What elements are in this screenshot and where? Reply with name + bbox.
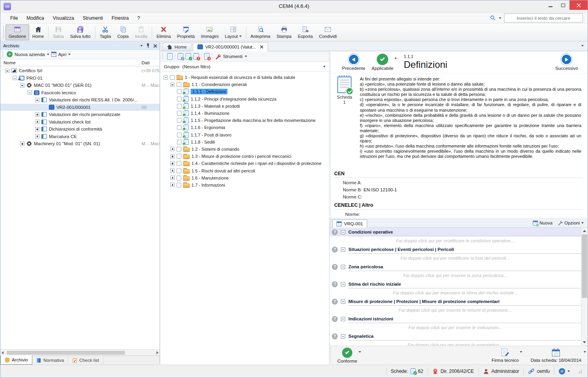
scrollbar-thumb[interactable]: [7, 351, 125, 355]
nuova-button[interactable]: Nuova: [533, 221, 553, 226]
tab-normativa[interactable]: Normativa: [32, 356, 68, 365]
tab-vr2-document[interactable]: VR2-001/000001 (Valut...: [193, 42, 268, 51]
req-row[interactable]: 1.1.8 - Sedili: [160, 138, 329, 146]
expand-expander-icon[interactable]: [170, 176, 175, 180]
stampa-button[interactable]: Stampa: [274, 24, 295, 40]
help-icon[interactable]: [332, 229, 338, 235]
data-scheda-caret[interactable]: [584, 351, 586, 353]
collapse-icon[interactable]: [341, 247, 345, 252]
tab-vrq-001[interactable]: VRQ-001: [332, 219, 367, 228]
collapse-icon[interactable]: [341, 230, 345, 234]
collapse-expander-icon[interactable]: [20, 83, 24, 88]
tree-row[interactable]: Certifico Srl (+39 075: [0, 67, 160, 75]
req-row[interactable]: 1.1.5 - Progettazione della macchina ai …: [160, 117, 329, 124]
section-placeholder[interactable]: Fai doppio click qui per inserire le mis…: [329, 306, 581, 314]
apri-caret[interactable]: [68, 54, 71, 55]
salva-button[interactable]: Salva: [50, 24, 67, 40]
section-segnaletica[interactable]: Segnaletica Fai doppio click qui per ins…: [329, 332, 581, 346]
req-row[interactable]: 1.1.4 - Illuminazione: [160, 110, 329, 117]
help-icon[interactable]: [332, 333, 338, 339]
elimina-button[interactable]: Elimina: [153, 24, 174, 40]
section-stima-rischio[interactable]: Stima del rischio iniziale Fai doppio cl…: [329, 280, 581, 297]
filter-value[interactable]: (Nessun filtro): [182, 64, 321, 69]
help-icon[interactable]: [332, 247, 338, 253]
req-row[interactable]: 1.3 - Misure di protezione contro i peri…: [160, 153, 329, 160]
collapse-icon[interactable]: [341, 334, 345, 339]
close-button[interactable]: [569, 0, 588, 10]
conforme-caret[interactable]: [359, 351, 361, 353]
layout-caret[interactable]: [239, 36, 242, 37]
req-row[interactable]: 1 - Requisiti essenziali di sicurezza e …: [160, 74, 329, 81]
checkbox[interactable]: [177, 111, 182, 116]
scroll-up-icon[interactable]: [583, 230, 586, 232]
tree-row[interactable]: Valutazioni dei rischi personalizzate: [0, 111, 160, 118]
minimize-button[interactable]: [544, 0, 557, 10]
expand-expander-icon[interactable]: [170, 161, 175, 166]
firma-tecnico-button[interactable]: Firma tecnico: [491, 348, 519, 363]
opzioni-button[interactable]: Opzioni: [557, 220, 584, 226]
section-placeholder[interactable]: Fai doppio click qui per inserire la seg…: [329, 341, 581, 346]
applicabile-button[interactable]: Applicabile: [372, 54, 394, 71]
menu-file[interactable]: File: [6, 14, 22, 22]
tree-column-headers[interactable]: Nome Dati: [0, 59, 160, 66]
section-placeholder[interactable]: Fai doppio click qui per inserire la zon…: [329, 271, 581, 280]
tree-row[interactable]: Marcatura CE: [0, 133, 160, 140]
req-row[interactable]: 1.2 - Sistemi di comando: [160, 146, 329, 153]
req-row[interactable]: 1.1 - Considerazioni generali: [160, 81, 329, 88]
expand-expander-icon[interactable]: [20, 142, 24, 146]
collapse-expander-icon[interactable]: [164, 75, 168, 80]
tab-list-caret[interactable]: [581, 45, 584, 47]
nuova-azienda-caret[interactable]: [47, 54, 49, 55]
scroll-right-icon[interactable]: [156, 351, 158, 354]
section-misure-protezione[interactable]: Misure di protezione | Protezioni | Misu…: [329, 297, 581, 314]
status-language[interactable]: IT: [554, 367, 574, 375]
checkbox[interactable]: [177, 82, 181, 87]
req-row[interactable]: 1.6 - Manutenzione: [160, 174, 329, 182]
collapse-expander-icon[interactable]: [13, 76, 17, 80]
tree-row[interactable]: PRO 01: [0, 75, 160, 82]
language-caret[interactable]: [568, 371, 570, 372]
scheda-question-icon[interactable]: [178, 53, 183, 60]
condividi-button[interactable]: Condividi: [316, 24, 340, 40]
vertical-scrollbar[interactable]: [581, 228, 588, 346]
scrollbar-thumb[interactable]: [582, 234, 587, 298]
section-indicazioni-istruzioni[interactable]: Indicazioni istruzioni Fai doppio click …: [329, 314, 581, 332]
applicabile-caret[interactable]: [394, 58, 397, 59]
strumenti-caret[interactable]: [245, 56, 247, 57]
taglia-button[interactable]: Taglia: [97, 24, 114, 40]
tab-check-list[interactable]: Check list: [68, 356, 103, 365]
checkbox[interactable]: [170, 75, 175, 80]
home-button[interactable]: Home: [29, 24, 47, 40]
req-row[interactable]: 1.1.2 - Principi d'integrazione della si…: [160, 95, 329, 103]
menu-modifica[interactable]: Modifica: [22, 14, 48, 22]
horizontal-scrollbar[interactable]: [0, 349, 160, 356]
panel-close-icon[interactable]: [153, 44, 157, 47]
column-dati[interactable]: Dati: [141, 60, 149, 65]
incolla-button[interactable]: Incolla: [132, 24, 151, 40]
apri-button[interactable]: Apri: [58, 52, 66, 57]
collapse-expander-icon[interactable]: [28, 90, 32, 95]
checkbox[interactable]: [177, 176, 181, 180]
strumenti-button[interactable]: Strumenti: [223, 54, 242, 59]
collapse-expander-icon[interactable]: [35, 98, 39, 102]
section-placeholder[interactable]: Fai doppio click qui per modificare le c…: [329, 236, 581, 245]
layout-button[interactable]: Layout: [222, 24, 245, 40]
collapse-expander-icon[interactable]: [5, 69, 9, 73]
scheda-remove-icon[interactable]: [204, 53, 210, 60]
data-scheda-button[interactable]: Data scheda: 18/04/2014: [530, 348, 581, 363]
collapse-icon[interactable]: [341, 265, 345, 269]
expand-expander-icon[interactable]: [35, 127, 39, 131]
scroll-left-icon[interactable]: [2, 351, 4, 354]
section-placeholder[interactable]: Fai doppio click qui per inserire le ind…: [329, 323, 581, 332]
tree-row[interactable]: Fascicolo tecnico: [0, 89, 160, 97]
nuova-azienda-button[interactable]: Nuova azienda: [15, 52, 45, 57]
req-row[interactable]: 1.1.7 - Posti di lavoro: [160, 131, 329, 138]
scheda-warning-icon[interactable]: [194, 53, 199, 60]
opzioni-caret[interactable]: [581, 222, 584, 224]
scroll-down-icon[interactable]: [583, 341, 586, 343]
checkbox[interactable]: [177, 183, 181, 187]
req-row-selected[interactable]: 1.1.1 - Definizioni: [160, 88, 329, 95]
collapse-icon[interactable]: [341, 317, 345, 321]
tree-row[interactable]: Valutazioni dei rischi RESS All. I Dir. …: [0, 96, 160, 104]
menu-visualizza[interactable]: Visualizza: [48, 14, 78, 22]
